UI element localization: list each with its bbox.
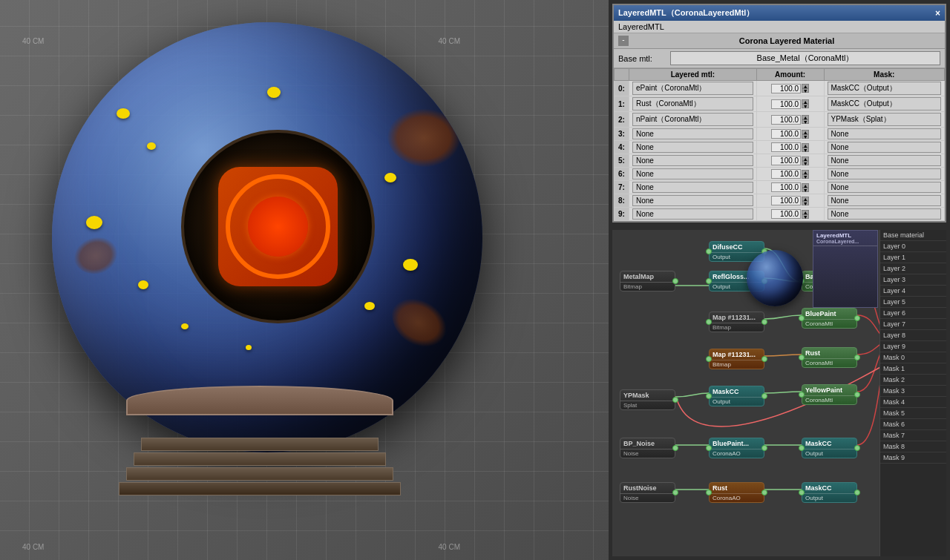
node-bluepaint1[interactable]: BluePaintCoronaMtl <box>802 308 857 329</box>
node-yellowpaint[interactable]: YellowPaintCoronaMtl <box>802 384 857 405</box>
sidebar-item-18[interactable]: Mask 7 <box>880 430 946 441</box>
layer-amount-down-4[interactable]: ▼ <box>802 148 809 152</box>
base-mtl-button[interactable]: Base_Metal（CoronaMtl） <box>670 51 940 65</box>
layer-mask-btn-7[interactable]: None <box>828 182 941 193</box>
layer-amount-input-4[interactable] <box>771 142 801 152</box>
sidebar-item-2[interactable]: Layer 1 <box>880 252 946 263</box>
node-port-right-bp_noise[interactable] <box>672 445 678 451</box>
node-ypmask[interactable]: YPMaskSplat <box>620 389 675 410</box>
sidebar-item-17[interactable]: Mask 6 <box>880 419 946 430</box>
layer-mask-btn-6[interactable]: None <box>828 168 941 179</box>
sidebar-item-13[interactable]: Mask 2 <box>880 375 946 386</box>
node-port-right-rust_ao[interactable] <box>761 490 767 495</box>
layer-amount-input-3[interactable] <box>771 129 801 139</box>
sidebar-item-1[interactable]: Layer 0 <box>880 241 946 252</box>
layer-amount-input-9[interactable] <box>771 209 801 219</box>
node-port-right-bluepaint1[interactable] <box>854 315 860 321</box>
node-maskcc2[interactable]: MaskCCOutput <box>802 438 857 458</box>
sidebar-item-8[interactable]: Layer 7 <box>880 319 946 330</box>
node-port-left-rust_ao[interactable] <box>706 490 712 495</box>
layer-mask-btn-8[interactable]: None <box>828 195 941 206</box>
layer-amount-input-0[interactable] <box>771 84 801 93</box>
sidebar-item-7[interactable]: Layer 6 <box>880 308 946 319</box>
sidebar-item-4[interactable]: Layer 3 <box>880 274 946 286</box>
layer-mask-btn-5[interactable]: None <box>828 155 941 166</box>
sidebar-item-15[interactable]: Mask 4 <box>880 397 946 408</box>
layer-mtl-btn-1[interactable]: Rust（CoronaMtl） <box>632 97 753 111</box>
node-port-left-bluepaint1[interactable] <box>799 315 805 321</box>
layer-amount-down-2[interactable]: ▼ <box>802 119 809 124</box>
layer-amount-down-3[interactable]: ▼ <box>802 134 809 139</box>
sidebar-item-11[interactable]: Mask 0 <box>880 352 946 363</box>
layer-mtl-btn-7[interactable]: None <box>632 182 753 193</box>
node-port-right-rust[interactable] <box>854 355 860 360</box>
layer-mask-btn-0[interactable]: MaskCC（Output） <box>828 82 941 95</box>
node-rust[interactable]: RustCoronaMtl <box>802 347 857 368</box>
layer-mtl-btn-9[interactable]: None <box>632 208 753 220</box>
node-port-left-yellowpaint[interactable] <box>799 392 805 398</box>
sidebar-item-6[interactable]: Layer 5 <box>880 297 946 308</box>
layer-amount-input-2[interactable] <box>771 115 801 125</box>
node-map1[interactable]: Map #11231...Bitmap <box>709 312 764 332</box>
sidebar-item-10[interactable]: Layer 9 <box>880 341 946 352</box>
node-port-left-maskcc3[interactable] <box>799 490 805 495</box>
layer-mtl-btn-6[interactable]: None <box>632 168 753 179</box>
sidebar-item-5[interactable]: Layer 4 <box>880 286 946 297</box>
close-button[interactable]: × <box>935 8 940 19</box>
sidebar-item-3[interactable]: Layer 2 <box>880 263 946 274</box>
sidebar-item-19[interactable]: Mask 8 <box>880 441 946 452</box>
sidebar-item-0[interactable]: Base material <box>880 230 946 241</box>
layer-mask-btn-9[interactable]: None <box>828 208 941 220</box>
node-bluepaint_ao[interactable]: BluePaint...CoronaAO <box>709 438 764 458</box>
sidebar-item-20[interactable]: Mask 9 <box>880 452 946 464</box>
layer-mtl-btn-8[interactable]: None <box>632 195 753 206</box>
node-port-right-metalmap[interactable] <box>672 278 678 284</box>
preview-node[interactable]: LayeredMTL CoronaLayered... <box>813 230 878 308</box>
node-port-right-yellowpaint[interactable] <box>854 392 860 398</box>
node-port-left-maskcc2[interactable] <box>799 445 805 451</box>
layer-mtl-btn-4[interactable]: None <box>632 142 753 153</box>
layer-amount-input-8[interactable] <box>771 196 801 205</box>
sidebar-item-9[interactable]: Layer 8 <box>880 330 946 341</box>
node-port-right-maskcc3[interactable] <box>854 490 860 495</box>
node-port-left-rust[interactable] <box>799 355 805 360</box>
layer-mtl-btn-5[interactable]: None <box>632 155 753 166</box>
layer-amount-input-7[interactable] <box>771 182 801 192</box>
node-port-right-bluepaint_ao[interactable] <box>761 445 767 451</box>
layer-amount-down-7[interactable]: ▼ <box>802 188 809 192</box>
sidebar-item-12[interactable]: Mask 1 <box>880 363 946 375</box>
layer-amount-down-1[interactable]: ▼ <box>802 104 809 108</box>
node-map2[interactable]: Map #11231...Bitmap <box>709 349 764 369</box>
node-port-left-bluepaint_ao[interactable] <box>706 445 712 451</box>
node-metalmap[interactable]: MetalMapBitmap <box>620 271 675 291</box>
node-port-right-rustnoise[interactable] <box>672 490 678 495</box>
node-port-left-reflgloss[interactable] <box>706 278 712 284</box>
layer-mtl-btn-0[interactable]: ePaint（CoronaMtl） <box>632 82 753 95</box>
node-editor[interactable]: MetalMapBitmapDifuseCCOutputReflGloss...… <box>612 230 946 556</box>
node-port-left-map1[interactable] <box>706 319 712 325</box>
node-rustnoise[interactable]: RustNoiseNoise <box>620 482 675 503</box>
sidebar-item-16[interactable]: Mask 5 <box>880 408 946 419</box>
layer-mtl-btn-2[interactable]: nPaint（CoronaMtl） <box>632 113 753 126</box>
layer-amount-input-5[interactable] <box>771 156 801 165</box>
node-bp_noise[interactable]: BP_NoiseNoise <box>620 438 675 458</box>
node-port-right-maskcc[interactable] <box>761 393 767 399</box>
layer-mask-btn-4[interactable]: None <box>828 142 941 153</box>
layer-amount-down-5[interactable]: ▼ <box>802 161 809 165</box>
layer-amount-down-6[interactable]: ▼ <box>802 174 809 179</box>
collapse-button[interactable]: - <box>618 36 629 46</box>
layer-amount-down-9[interactable]: ▼ <box>802 214 809 219</box>
node-port-left-maskcc[interactable] <box>706 393 712 399</box>
node-maskcc[interactable]: MaskCCOutput <box>709 386 764 406</box>
layer-amount-input-1[interactable] <box>771 99 801 109</box>
layer-amount-down-8[interactable]: ▼ <box>802 201 809 205</box>
node-port-left-difusecc[interactable] <box>706 248 712 254</box>
sidebar-item-14[interactable]: Mask 3 <box>880 386 946 397</box>
layer-mtl-btn-3[interactable]: None <box>632 128 753 139</box>
node-rust_ao[interactable]: RustCoronaAO <box>709 482 764 503</box>
node-maskcc3[interactable]: MaskCCOutput <box>802 482 857 503</box>
layer-amount-input-6[interactable] <box>771 169 801 179</box>
layer-amount-down-0[interactable]: ▼ <box>802 88 809 93</box>
layer-mask-btn-3[interactable]: None <box>828 128 941 139</box>
node-port-left-map2[interactable] <box>706 356 712 362</box>
